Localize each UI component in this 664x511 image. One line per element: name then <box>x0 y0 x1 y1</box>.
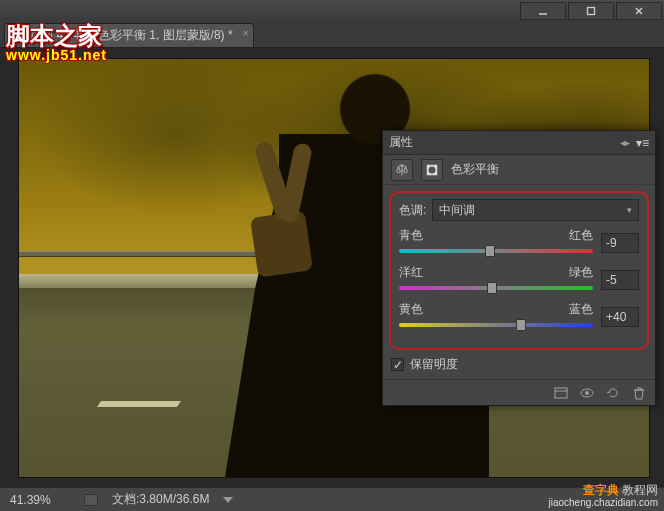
bottom-watermark: 查字典 教程网 jiaocheng.chazidian.com <box>548 482 658 508</box>
tone-label: 色调: <box>399 202 426 219</box>
preserve-luminosity-checkbox[interactable]: ✓ 保留明度 <box>391 356 655 373</box>
doc-size-value: 3.80M/36.6M <box>139 492 209 506</box>
slider-thumb[interactable] <box>516 319 526 331</box>
slider-track[interactable] <box>399 246 593 256</box>
slider-left-label: 黄色 <box>399 301 423 318</box>
slider-right-label: 绿色 <box>569 264 593 281</box>
slider-right-label: 红色 <box>569 227 593 244</box>
highlight-box: 色调: 中间调 ▾ 青色红色 -9 洋红绿色 -5 <box>389 191 649 350</box>
window-close-button[interactable] <box>616 2 662 20</box>
clip-icon[interactable] <box>553 385 569 401</box>
slider-thumb[interactable] <box>487 282 497 294</box>
window-maximize-button[interactable] <box>568 2 614 20</box>
trash-icon[interactable] <box>631 385 647 401</box>
panel-menu-icon[interactable]: ▾≡ <box>636 136 649 150</box>
close-tab-icon[interactable]: × <box>243 28 249 39</box>
eye-icon[interactable] <box>579 385 595 401</box>
svg-point-5 <box>429 166 436 173</box>
watermark-url: www.jb51.net <box>6 48 107 62</box>
balance-scale-icon[interactable] <box>391 159 413 181</box>
flyout-icon[interactable] <box>223 497 233 503</box>
site-watermark: 脚本之家 www.jb51.net <box>6 24 107 62</box>
slider-track[interactable] <box>399 320 593 330</box>
slider-cyan-red: 青色红色 -9 <box>399 227 639 256</box>
slider-value-input[interactable]: +40 <box>601 307 639 327</box>
slider-magenta-green: 洋红绿色 -5 <box>399 264 639 293</box>
svg-rect-1 <box>588 8 595 15</box>
slider-right-label: 蓝色 <box>569 301 593 318</box>
slider-value-input[interactable]: -9 <box>601 233 639 253</box>
panel-collapse-icon[interactable]: ◂▸ <box>620 137 630 148</box>
chevron-down-icon: ▾ <box>627 205 632 215</box>
canvas-hand <box>219 129 329 289</box>
panel-title: 属性 <box>389 134 413 151</box>
adjustment-name: 色彩平衡 <box>451 161 499 178</box>
checkbox-label: 保留明度 <box>410 356 458 373</box>
tone-select[interactable]: 中间调 ▾ <box>432 199 639 221</box>
svg-point-8 <box>585 391 589 395</box>
zoom-level[interactable]: 41.39% <box>10 493 70 507</box>
slider-value-input[interactable]: -5 <box>601 270 639 290</box>
window-minimize-button[interactable] <box>520 2 566 20</box>
checkbox-box: ✓ <box>391 358 404 371</box>
reset-icon[interactable] <box>605 385 621 401</box>
panel-header[interactable]: 属性 ◂▸ ▾≡ <box>383 131 655 155</box>
lane-marking <box>97 401 181 407</box>
doc-size-label: 文档: <box>112 492 139 506</box>
panel-footer <box>383 379 655 405</box>
svg-rect-6 <box>555 388 567 398</box>
watermark-title: 脚本之家 <box>6 24 107 48</box>
properties-panel: 属性 ◂▸ ▾≡ 色彩平衡 色调: 中间调 ▾ 青色红色 -9 <box>382 130 656 406</box>
status-indicator[interactable] <box>84 494 98 506</box>
tone-value: 中间调 <box>439 202 475 219</box>
mask-icon[interactable] <box>421 159 443 181</box>
slider-left-label: 青色 <box>399 227 423 244</box>
slider-left-label: 洋红 <box>399 264 423 281</box>
slider-thumb[interactable] <box>485 245 495 257</box>
slider-yellow-blue: 黄色蓝色 +40 <box>399 301 639 330</box>
slider-track[interactable] <box>399 283 593 293</box>
